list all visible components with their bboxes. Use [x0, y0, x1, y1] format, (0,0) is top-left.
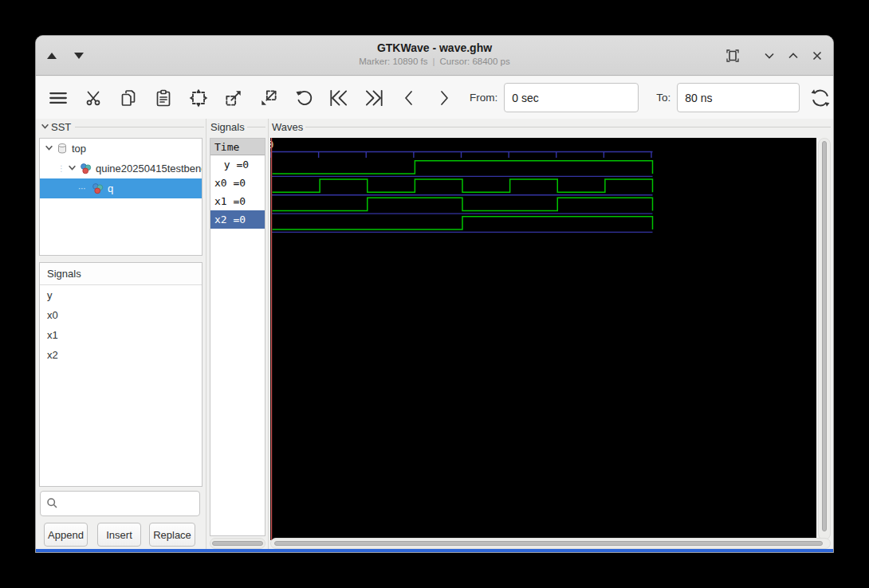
wave-canvas[interactable]: 0: [270, 138, 816, 540]
signal-list-item-x1[interactable]: x1: [40, 325, 202, 345]
instance-icon: [92, 182, 104, 194]
toolbar: From: To:: [36, 76, 833, 119]
waves-v-scrollbar[interactable]: [818, 138, 831, 540]
step-right-icon[interactable]: [430, 84, 458, 112]
scrollbar-thumb[interactable]: [212, 541, 263, 546]
cut-icon[interactable]: [79, 84, 108, 112]
wave-canvas-svg: 0: [270, 138, 816, 540]
scrollbar-thumb[interactable]: [822, 141, 827, 531]
cursor-status: Cursor: 68400 ps: [440, 57, 510, 66]
titlebar[interactable]: GTKWave - wave.ghw Marker: 10890 fs|Curs…: [36, 36, 833, 76]
skip-to-end-icon[interactable]: [360, 84, 388, 112]
maximize-icon[interactable]: [784, 46, 803, 65]
tree-item-label: quine20250415testbench: [96, 163, 202, 174]
signal-value-row-x1[interactable]: x1 =0: [210, 192, 265, 210]
tree-item-top[interactable]: top: [40, 139, 202, 159]
expander-icon[interactable]: [68, 163, 77, 174]
expander-icon[interactable]: [45, 143, 53, 155]
zoom-fit-icon[interactable]: [184, 84, 213, 112]
chevron-down-icon[interactable]: [41, 121, 49, 133]
sst-tree: top ⋮ quine20250415testbench ⋯: [39, 138, 203, 256]
fullscreen-icon[interactable]: [723, 46, 742, 65]
signals-values-panel: Time y =0 x0 =0 x1 =0 x2 =0: [210, 138, 265, 536]
gtkwave-window: GTKWave - wave.ghw Marker: 10890 fs|Curs…: [35, 35, 834, 553]
status-line: Marker: 10890 fs|Cursor: 68400 ps: [36, 57, 833, 66]
reload-icon[interactable]: [806, 84, 834, 112]
search-icon: [46, 497, 58, 512]
undo-icon[interactable]: [289, 84, 318, 112]
module-icon: [57, 143, 68, 155]
to-input[interactable]: [677, 83, 800, 112]
close-icon[interactable]: [808, 46, 827, 65]
content-area: SST top ⋮: [36, 119, 833, 549]
menu-icon[interactable]: [44, 84, 73, 112]
pane-splitter-left[interactable]: [206, 119, 206, 549]
copy-icon[interactable]: [114, 84, 143, 112]
window-title: GTKWave - wave.ghw: [36, 41, 833, 54]
zoom-in-icon[interactable]: [219, 84, 248, 112]
tree-item-label: top: [72, 143, 86, 155]
signal-value-row-y[interactable]: y =0: [210, 155, 265, 174]
search-input[interactable]: [40, 491, 200, 516]
signals-panel-label: Signals: [210, 121, 265, 133]
signal-list-panel: Signals y x0 x1 x2: [39, 262, 203, 487]
signal-list-header: Signals: [40, 263, 202, 285]
tree-item-q[interactable]: ⋯ q: [40, 178, 202, 198]
step-left-icon[interactable]: [395, 84, 423, 112]
waves-h-scrollbar[interactable]: [270, 538, 831, 549]
window-accent-strip: [36, 549, 833, 553]
waves-panel-label: Waves: [272, 121, 831, 133]
pane-splitter-right[interactable]: [268, 119, 269, 549]
to-label: To:: [656, 92, 670, 104]
replace-button[interactable]: Replace: [149, 523, 195, 547]
signal-list-item-x2[interactable]: x2: [40, 345, 202, 365]
signals-h-scrollbar[interactable]: [210, 538, 265, 549]
instance-icon: [80, 163, 92, 174]
signal-value-row-x2[interactable]: x2 =0: [210, 210, 265, 229]
tree-item-testbench[interactable]: ⋮ quine20250415testbench: [40, 159, 202, 178]
skip-to-start-icon[interactable]: [324, 84, 353, 112]
minimize-icon[interactable]: [760, 46, 779, 65]
from-input[interactable]: [504, 83, 639, 112]
marker-status: Marker: 10890 fs: [359, 57, 427, 66]
tree-item-label: q: [108, 182, 113, 194]
from-label: From:: [470, 92, 497, 104]
scrollbar-thumb[interactable]: [274, 541, 823, 546]
zoom-out-icon[interactable]: [254, 84, 283, 112]
insert-button[interactable]: Insert: [97, 523, 141, 547]
signal-list-item-y[interactable]: y: [40, 285, 202, 305]
time-header[interactable]: Time: [210, 139, 265, 155]
paste-icon[interactable]: [149, 84, 178, 112]
append-button[interactable]: Append: [44, 523, 88, 547]
status-separator: |: [433, 57, 435, 66]
sst-label: SST: [51, 121, 71, 133]
signal-value-row-x0[interactable]: x0 =0: [210, 174, 265, 192]
sst-header: SST: [41, 121, 204, 133]
signal-list-item-x0[interactable]: x0: [40, 305, 202, 325]
